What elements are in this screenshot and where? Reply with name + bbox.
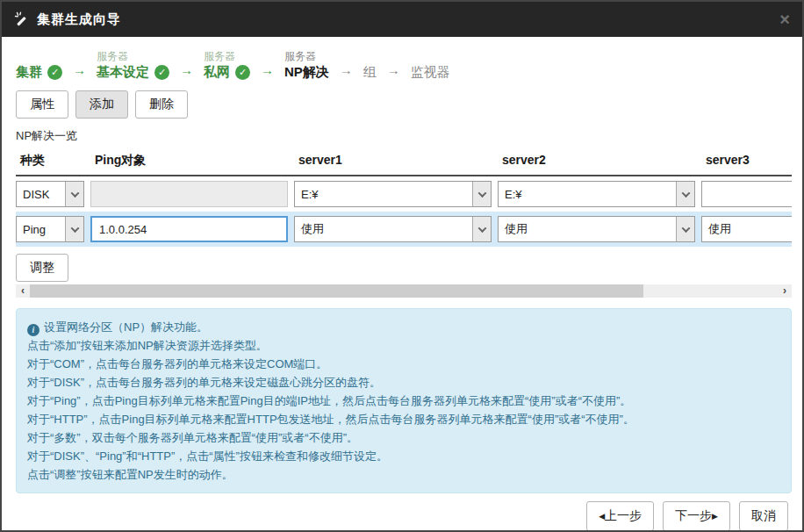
info-line: 对于“DISK”，点击每台服务器列的单元格来设定磁盘心跳分区的盘符。 [27,373,780,392]
wizard-steps: 集群✓ → 服务器 基本设定✓ → 服务器 私网✓ → 服务器 NP解决 → 组… [16,46,788,81]
column-header-ping-target: Ping对象 [90,153,288,169]
chevron-down-icon [472,217,491,241]
next-button[interactable]: 下一步▶ [663,501,730,531]
toolbar: 属性 添加 删除 [16,90,788,119]
chevron-down-icon [676,182,694,206]
server3-cell-select[interactable]: 使用 [701,216,792,242]
chevron-down-icon [676,217,694,241]
chevron-down-icon [65,217,83,241]
step-label: 集群 [16,64,42,81]
arrow-right-icon: → [387,61,400,80]
horizontal-scrollbar[interactable]: ‹ › [16,284,792,298]
info-line: 对于“多数”，双击每个服务器列单元格来配置“使用”或者“不使用”。 [27,428,780,447]
dialog-title: 集群生成向导 [37,11,121,28]
scrollbar-thumb[interactable] [30,284,643,298]
server2-cell-select[interactable]: 使用 [498,216,695,242]
step-cluster: 集群✓ [16,49,62,81]
step-top-label: 服务器 [284,49,316,64]
column-header-server1: server1 [294,153,492,169]
wizard-dialog: 集群生成向导 × 集群✓ → 服务器 基本设定✓ → 服务器 私网✓ → 服务器… [0,0,804,532]
step-group: 组 [363,49,377,81]
info-icon: i [27,324,39,336]
info-line: 对于“COM”，点击每台服务器列的单元格来设定COM端口。 [27,355,780,373]
column-header-server2: server2 [498,153,695,169]
step-label: 组 [363,64,377,81]
table-caption: NP解决一览 [16,128,788,144]
scrollbar-track[interactable] [30,284,778,298]
info-line: 对于“DISK”、“Ping”和“HTTP”，点击“属性”按钮来检查和修改细节设… [27,447,780,465]
arrow-right-icon: → [340,61,353,80]
chevron-down-icon [65,182,83,206]
step-basic-settings: 服务器 基本设定✓ [97,49,169,81]
info-line: 点击“添加”按钮来添加NP解决资源并选择类型。 [27,336,780,355]
footer: ◀上一步 下一步▶ 取消 [16,501,788,531]
type-select[interactable]: Ping [16,216,84,242]
check-icon: ✓ [235,65,250,80]
properties-button[interactable]: 属性 [16,90,68,119]
remove-button[interactable]: 删除 [135,90,188,119]
step-label: 监视器 [411,64,450,81]
info-box: i设置网络分区（NP）解决功能。 点击“添加”按钮来添加NP解决资源并选择类型。… [16,308,792,493]
back-button[interactable]: ◀上一步 [586,501,654,531]
close-icon[interactable]: × [779,11,790,28]
ping-target-field[interactable] [90,216,288,242]
info-line: 对于“HTTP”，点击Ping目标列单元格来配置HTTP包发送地址，然后点击每台… [27,410,780,428]
title-bar: 集群生成向导 × [2,2,802,37]
step-monitor: 监视器 [411,49,450,81]
server1-cell-select[interactable]: E:¥ [294,181,492,207]
np-resolution-table: 种类 Ping对象 server1 server2 server3 DISK [16,147,792,247]
chevron-down-icon [472,182,491,206]
table-row: DISK E:¥ E:¥ [16,176,792,212]
step-label: 私网 [204,64,230,81]
arrow-right-icon: → [261,61,274,80]
tune-button[interactable]: 调整 [16,254,68,282]
scroll-right-icon[interactable]: › [778,284,792,298]
info-line: 对于“Ping”，点击Ping目标列单元格来配置Ping目的端IP地址，然后点击… [27,392,780,410]
check-icon: ✓ [154,65,169,80]
arrow-right-icon: → [180,61,193,80]
column-header-type: 种类 [16,153,84,169]
step-interconnect: 服务器 私网✓ [204,49,250,81]
next-arrow-icon: ▶ [712,512,718,521]
table-row: Ping 使用 使用 [16,212,792,247]
ping-target-field [90,181,288,207]
server1-cell-select[interactable]: 使用 [294,216,492,242]
type-select[interactable]: DISK [16,181,84,207]
server3-cell-select[interactable] [701,181,792,207]
info-intro-line: i设置网络分区（NP）解决功能。 [27,318,780,336]
table-header-row: 种类 Ping对象 server1 server2 server3 [16,147,792,176]
step-top-label: 服务器 [97,49,128,64]
wand-icon [14,11,30,27]
server2-cell-select[interactable]: E:¥ [498,181,695,207]
scroll-left-icon[interactable]: ‹ [16,284,30,298]
check-icon: ✓ [47,65,62,80]
arrow-right-icon: → [73,61,86,80]
cancel-button[interactable]: 取消 [739,501,788,531]
column-header-server3: server3 [701,153,792,169]
step-label: 基本设定 [97,64,149,81]
step-np-resolution: 服务器 NP解决 [284,49,329,81]
info-line: 点击“调整”按钮来配置NP发生时的动作。 [27,465,780,484]
add-button[interactable]: 添加 [75,90,128,119]
step-top-label: 服务器 [204,49,235,64]
step-label: NP解决 [284,64,329,81]
